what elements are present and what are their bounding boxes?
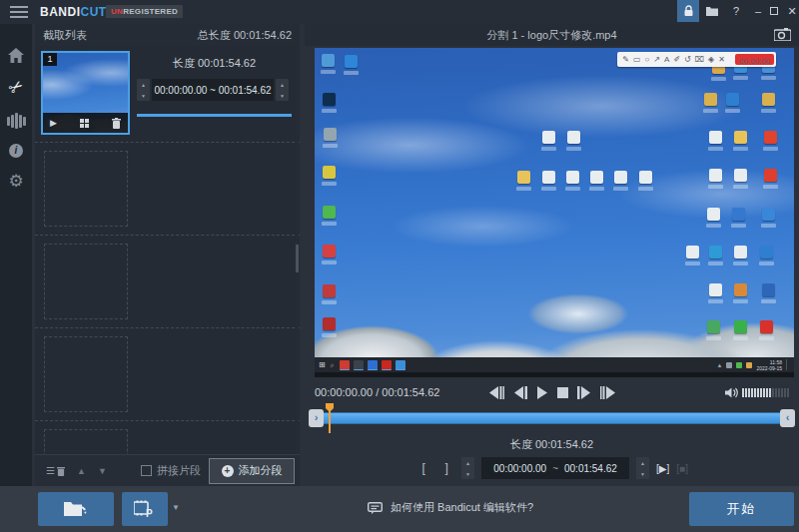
- close-button[interactable]: ✕: [781, 0, 799, 22]
- help-button[interactable]: ?: [725, 0, 747, 22]
- svg-text:P: P: [146, 508, 153, 518]
- trim-end-stepper[interactable]: ▲▼: [636, 457, 649, 479]
- clip-card[interactable]: 1 ▶ 长度 00:01:54.62 ▲▼ 00:00:00.00 ~ 00:0…: [35, 46, 300, 143]
- clip-play-button[interactable]: ▶: [50, 118, 57, 128]
- recording-timer-badge: 00:00:00: [735, 54, 774, 65]
- desktop-icon: [323, 93, 336, 106]
- merge-segments-option: 拼接片段: [141, 463, 201, 478]
- desktop-icon: [323, 284, 336, 297]
- trim-start-handle[interactable]: ›: [309, 409, 324, 427]
- volume-control[interactable]: [725, 387, 789, 398]
- taskbar-search-icon: ⌕: [331, 361, 335, 369]
- desktop-icon: [734, 283, 747, 296]
- clip-thumbnail[interactable]: 1 ▶: [41, 51, 130, 135]
- desktop-icon: [762, 283, 775, 296]
- annotation-tool-icon: ◈: [708, 55, 714, 64]
- sidebar-item-info[interactable]: i: [0, 138, 32, 164]
- sidebar: ✂ i ⚙: [0, 24, 32, 532]
- desktop-icon: [726, 93, 739, 106]
- sidebar-item-join[interactable]: [0, 108, 32, 134]
- sidebar-item-cut[interactable]: ✂: [0, 74, 32, 100]
- presets-button[interactable]: P: [122, 492, 168, 526]
- footer-bar: P ▼ 如何使用 Bandicut 编辑软件? 开始: [0, 486, 799, 532]
- desktop-icon: [707, 208, 720, 221]
- annotation-tool-icon: ▭: [633, 55, 641, 64]
- set-start-button[interactable]: [: [415, 461, 431, 475]
- annotation-tool-icon: ✎: [622, 55, 629, 64]
- start-button[interactable]: 开始: [689, 492, 794, 526]
- playhead-marker[interactable]: [326, 403, 334, 433]
- play-button[interactable]: [536, 386, 548, 399]
- video-preview[interactable]: ✎▭○↗A✐↺⌧◈✕ 00:00:00 ⊞ ⌕ ▲ 11:582022-09-1…: [315, 48, 794, 377]
- clip-list: 1 ▶ 长度 00:01:54.62 ▲▼ 00:00:00.00 ~ 00:0…: [35, 46, 300, 454]
- next-frame-button[interactable]: [577, 386, 591, 399]
- clip-range-stepper-right[interactable]: ▲▼: [276, 79, 289, 101]
- open-file-button-footer[interactable]: [38, 492, 114, 526]
- trim-end-handle[interactable]: ‹: [780, 409, 795, 427]
- clip-index-badge: 1: [43, 53, 57, 66]
- preview-panel: 分割 1 - logo尺寸修改.mp4 ✎▭○↗A✐↺⌧◈✕ 00:00:00 …: [305, 24, 799, 486]
- desktop-icon: [764, 131, 777, 144]
- empty-clip-slot: [35, 143, 300, 236]
- clip-list-scrollbar[interactable]: [296, 46, 299, 454]
- play-selection-button[interactable]: [▶]: [656, 463, 669, 474]
- clip-delete-button[interactable]: [112, 118, 121, 129]
- desktop-icon: [709, 131, 722, 144]
- stop-button[interactable]: [557, 387, 568, 398]
- desktop-icon: [760, 246, 773, 259]
- clip-range-value[interactable]: 00:00:00.00 ~ 00:01:54.62: [152, 79, 274, 101]
- taskbar-app-icon: [354, 360, 364, 370]
- film-p-icon: P: [134, 500, 156, 518]
- snapshot-button[interactable]: [774, 27, 791, 45]
- move-down-button[interactable]: ▼: [98, 466, 107, 476]
- titlebar: BANDICUT UNREGISTERED ? – ✕: [0, 0, 799, 24]
- merge-segments-checkbox[interactable]: [141, 465, 152, 476]
- menu-icon[interactable]: [10, 6, 28, 18]
- prev-keyframe-button[interactable]: [488, 386, 504, 399]
- volume-level-bars[interactable]: [742, 388, 789, 397]
- clip-scenes-button[interactable]: [80, 119, 89, 128]
- desktop-icon: [732, 208, 745, 221]
- clip-range-stepper-left[interactable]: ▲▼: [137, 79, 150, 101]
- speaker-icon: [725, 387, 738, 398]
- thumbnail-placeholder: [44, 151, 128, 227]
- delete-all-button[interactable]: ☰: [46, 465, 65, 476]
- desktop-icon: [322, 54, 335, 67]
- trim-range-value[interactable]: 00:00:00.00 ~ 00:01:54.62: [481, 457, 629, 479]
- taskbar-app-icon: [382, 360, 392, 370]
- set-end-button[interactable]: ]: [438, 461, 454, 475]
- move-up-button[interactable]: ▲: [77, 466, 86, 476]
- presets-dropdown-chevron[interactable]: ▼: [172, 503, 180, 512]
- thumbnail-placeholder: [44, 429, 128, 454]
- total-length-label: 总长度 00:01:54.62: [198, 28, 292, 43]
- next-keyframe-button[interactable]: [600, 386, 616, 399]
- playback-buttons: [488, 386, 616, 399]
- desktop-icon: [760, 320, 773, 333]
- prev-frame-button[interactable]: [513, 386, 527, 399]
- annotation-tool-icon: ○: [644, 55, 649, 64]
- sidebar-item-settings[interactable]: ⚙: [0, 168, 32, 194]
- video-taskbar: ⊞ ⌕ ▲ 11:582022-09-15: [315, 357, 794, 372]
- add-segment-button[interactable]: + 添加分段: [209, 458, 295, 484]
- clip-panel-title: 截取列表: [43, 28, 87, 43]
- empty-clip-slot: [35, 328, 300, 421]
- annotation-tool-icon: ✐: [673, 55, 680, 64]
- trim-slider-track[interactable]: [324, 412, 780, 424]
- desktop-icon: [323, 206, 336, 219]
- taskbar-app-icons: [340, 360, 405, 370]
- lock-button[interactable]: [677, 0, 699, 22]
- trim-time-row: [ ] ▲▼ 00:00:00.00 ~ 00:01:54.62 ▲▼ [▶] …: [305, 457, 799, 479]
- help-link[interactable]: 如何使用 Bandicut 编辑软件?: [368, 500, 533, 515]
- desktop-icon: [764, 169, 777, 182]
- info-icon: i: [9, 144, 23, 158]
- merge-segments-label: 拼接片段: [157, 463, 201, 478]
- desktop-icon: [734, 131, 747, 144]
- close-icon: ✕: [787, 5, 796, 18]
- sidebar-item-home[interactable]: [0, 42, 32, 68]
- desktop-icon: [542, 171, 555, 184]
- taskbar-app-icon: [368, 360, 378, 370]
- desktop-icon: [567, 131, 580, 144]
- open-file-button[interactable]: [701, 0, 723, 22]
- trim-start-stepper[interactable]: ▲▼: [461, 457, 474, 479]
- selection-length-label: 长度 00:01:54.62: [305, 437, 799, 452]
